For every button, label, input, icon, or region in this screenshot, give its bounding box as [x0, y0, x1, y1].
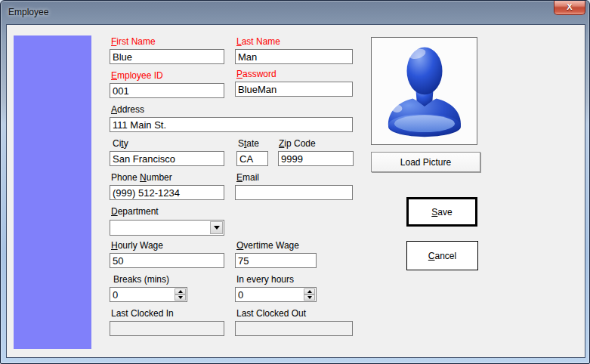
form-client-area: First Name Last Name Employee ID Passwor…	[6, 24, 585, 358]
breaks-down-button[interactable]	[175, 295, 186, 301]
overtime-wage-input[interactable]	[235, 253, 317, 268]
chevron-down-icon	[214, 226, 220, 230]
zip-code-label: Zip Code	[279, 138, 316, 149]
city-input[interactable]	[110, 151, 224, 166]
window-title: Employee	[8, 7, 48, 17]
breaks-input[interactable]	[110, 288, 174, 301]
phone-number-input[interactable]	[110, 185, 224, 200]
employee-id-input[interactable]	[110, 83, 224, 98]
address-label: Address	[111, 104, 144, 115]
first-name-input[interactable]	[110, 49, 224, 64]
arrow-down-icon	[178, 296, 183, 299]
department-label: Department	[111, 206, 159, 217]
employee-id-label: Employee ID	[111, 70, 163, 81]
arrow-up-icon	[178, 290, 183, 293]
arrow-up-icon	[307, 290, 312, 293]
email-label: Email	[236, 172, 259, 183]
state-input[interactable]	[236, 151, 268, 166]
zip-code-input[interactable]	[278, 151, 354, 166]
email-input[interactable]	[235, 185, 353, 200]
close-button[interactable]: X	[554, 1, 585, 15]
last-name-label: Last Name	[236, 36, 280, 47]
last-name-input[interactable]	[235, 49, 353, 64]
state-label: State	[238, 138, 259, 149]
password-input[interactable]	[235, 82, 353, 97]
password-label: Password	[236, 69, 276, 79]
blue-person-bust-icon	[378, 40, 471, 143]
in-every-hours-up-button[interactable]	[304, 288, 315, 295]
phone-number-label: Phone Number	[111, 172, 172, 183]
last-clocked-out-label: Last Clocked Out	[236, 308, 306, 319]
last-clocked-in-label: Last Clocked In	[111, 308, 174, 319]
employee-picture-box	[371, 37, 477, 145]
in-every-hours-input[interactable]	[236, 288, 303, 301]
arrow-down-icon	[307, 296, 312, 299]
breaks-stepper[interactable]	[110, 287, 187, 302]
employee-window: Employee X First Name Last Name Employee…	[0, 0, 590, 364]
department-dropdown-button[interactable]	[210, 221, 223, 234]
hourly-wage-input[interactable]	[110, 253, 224, 268]
save-button[interactable]: Save	[406, 197, 477, 227]
last-clocked-in-input	[110, 321, 224, 336]
load-picture-button[interactable]: Load Picture	[371, 152, 480, 172]
in-every-hours-down-button[interactable]	[304, 295, 315, 301]
in-every-hours-stepper[interactable]	[235, 287, 317, 302]
department-select[interactable]	[110, 220, 224, 236]
last-clocked-out-input	[235, 321, 353, 336]
city-label: City	[113, 138, 128, 149]
hourly-wage-label: Hourly Wage	[111, 240, 163, 251]
in-every-hours-label: In every hours	[236, 274, 294, 285]
breaks-up-button[interactable]	[175, 288, 186, 295]
overtime-wage-label: Overtime Wage	[236, 240, 299, 251]
cancel-button[interactable]: Cancel	[406, 241, 478, 270]
side-panel	[14, 35, 91, 349]
breaks-label: Breaks (mins)	[113, 274, 169, 285]
title-bar: Employee X	[1, 1, 589, 24]
address-input[interactable]	[110, 117, 353, 132]
close-icon: X	[567, 2, 572, 11]
first-name-label: First Name	[111, 36, 156, 47]
